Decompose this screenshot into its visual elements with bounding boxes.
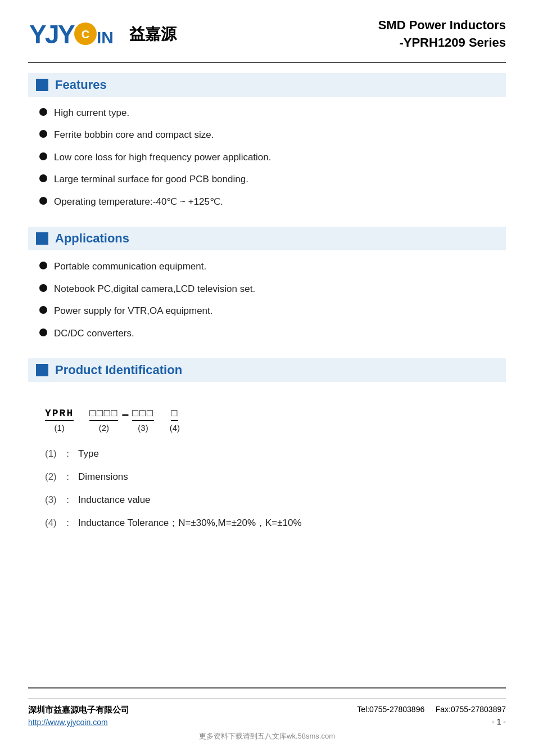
bullet-dot (39, 152, 47, 160)
bullet-dot (39, 130, 47, 138)
features-title: Features (55, 78, 107, 92)
detail-num-1: (1) (45, 448, 63, 460)
footer-content: 深圳市益嘉源电子有限公司 http://www.yjycoin.com Tel:… (28, 699, 506, 727)
feature-item-4: Large terminal surface for good PCB bond… (54, 172, 248, 187)
list-item: DC/DC converters. (39, 326, 506, 341)
footer-right: Tel:0755-27803896 Fax:0755-27803897 - 1 … (357, 705, 506, 726)
features-list: High current type. Ferrite bobbin core a… (28, 106, 506, 217)
product-id-icon (36, 364, 48, 376)
title-block: SMD Power Inductors -YPRH1209 Series (378, 17, 506, 52)
code-part-2: □□□□ (2) (89, 408, 118, 433)
app-item-3: Power supply for VTR,OA equipment. (54, 304, 213, 318)
logo-area: Y J Y C IN 益嘉源 (28, 19, 177, 50)
code-num-4: (4) (170, 423, 180, 433)
code-value-1: YPRH (45, 408, 74, 421)
svg-text:Y: Y (29, 20, 47, 49)
footer-watermark: 更多资料下载请到五八文库wk.58sms.com (28, 731, 506, 745)
product-id-section-header: Product Identification (28, 358, 506, 382)
code-num-3: (3) (138, 423, 148, 433)
detail-num-3: (3) (45, 494, 63, 506)
footer-tel: Tel:0755-27803896 (357, 705, 424, 714)
app-item-1: Portable communication equipment. (54, 259, 206, 274)
detail-row-2: (2) ： Dimensions (45, 470, 506, 483)
bullet-dot (39, 174, 47, 182)
code-part-3: □□□ (3) (132, 408, 153, 433)
feature-item-5: Operating temperature:-40℃ ~ +125℃. (54, 195, 223, 209)
code-num-1: (1) (54, 423, 64, 433)
applications-icon (36, 232, 48, 245)
footer: 深圳市益嘉源电子有限公司 http://www.yjycoin.com Tel:… (28, 687, 506, 745)
logo-icon: Y J Y C IN (28, 19, 124, 50)
code-value-2: □□□□ (89, 408, 118, 421)
code-value-4: □ (171, 408, 178, 421)
code-part-1: YPRH (1) (45, 408, 74, 433)
detail-value-2: Dimensions (78, 471, 128, 483)
logo-text-cn: 益嘉源 (129, 24, 177, 45)
applications-list: Portable communication equipment. Notebo… (28, 259, 506, 348)
footer-divider (28, 687, 506, 688)
bullet-dot (39, 197, 47, 205)
features-icon (36, 79, 48, 91)
feature-item-2: Ferrite bobbin core and compact size. (54, 128, 214, 142)
page-wrapper: Y J Y C IN 益嘉源 SMD Power Inductors -YPRH… (0, 0, 534, 756)
detail-value-3: Inductance value (78, 494, 151, 506)
svg-text:C: C (82, 28, 89, 40)
detail-value-4: Inductance Tolerance；N=±30%,M=±20%，K=±10… (78, 516, 302, 529)
bullet-dot (39, 262, 47, 269)
list-item: Notebook PC,digital camera,LCD televisio… (39, 282, 506, 296)
feature-item-1: High current type. (54, 106, 129, 120)
detail-num-4: (4) (45, 518, 63, 529)
detail-colon-3: ： (63, 493, 73, 506)
footer-link[interactable]: http://www.yjycoin.com (28, 718, 129, 727)
footer-left: 深圳市益嘉源电子有限公司 http://www.yjycoin.com (28, 705, 129, 727)
list-item: Operating temperature:-40℃ ~ +125℃. (39, 195, 506, 209)
detail-num-2: (2) (45, 471, 63, 483)
product-details: (1) ： Type (2) ： Dimensions (3) ： Induct… (28, 447, 506, 529)
features-section-header: Features (28, 73, 506, 97)
header-divider (28, 62, 506, 63)
bullet-dot (39, 108, 47, 116)
detail-row-1: (1) ： Type (45, 447, 506, 460)
detail-value-1: Type (78, 448, 99, 460)
code-value-3: □□□ (132, 408, 153, 421)
logo-svg: Y J Y C IN (28, 19, 124, 50)
detail-colon-2: ： (63, 470, 73, 483)
svg-text:J: J (45, 20, 60, 49)
feature-item-3: Low core loss for high frequency power a… (54, 150, 271, 165)
product-code-diagram: YPRH (1) □□□□ (2) − □□□ (3) □ (4) (45, 408, 506, 435)
app-item-2: Notebook PC,digital camera,LCD televisio… (54, 282, 255, 296)
svg-text:IN: IN (97, 28, 114, 47)
footer-company: 深圳市益嘉源电子有限公司 (28, 705, 129, 716)
detail-colon-4: ： (63, 516, 73, 529)
applications-title: Applications (55, 231, 129, 246)
svg-text:Y: Y (58, 20, 75, 49)
footer-contact: Tel:0755-27803896 Fax:0755-27803897 (357, 705, 506, 714)
code-separator: − (121, 408, 129, 424)
list-item: High current type. (39, 106, 506, 120)
code-part-4: □ (4) (170, 408, 180, 433)
header: Y J Y C IN 益嘉源 SMD Power Inductors -YPRH… (28, 17, 506, 52)
product-id-section: YPRH (1) □□□□ (2) − □□□ (3) □ (4) (1) (28, 395, 506, 539)
footer-fax: Fax:0755-27803897 (436, 705, 506, 714)
list-item: Ferrite bobbin core and compact size. (39, 128, 506, 142)
footer-page: - 1 - (492, 717, 506, 726)
list-item: Large terminal surface for good PCB bond… (39, 172, 506, 187)
detail-row-4: (4) ： Inductance Tolerance；N=±30%,M=±20%… (45, 516, 506, 529)
list-item: Portable communication equipment. (39, 259, 506, 274)
product-id-title: Product Identification (55, 363, 182, 377)
detail-colon-1: ： (63, 447, 73, 460)
bullet-dot (39, 328, 47, 336)
detail-row-3: (3) ： Inductance value (45, 493, 506, 506)
list-item: Low core loss for high frequency power a… (39, 150, 506, 165)
bullet-dot (39, 306, 47, 314)
applications-section-header: Applications (28, 227, 506, 250)
bullet-dot (39, 284, 47, 292)
code-num-2: (2) (99, 423, 109, 433)
main-title: SMD Power Inductors -YPRH1209 Series (378, 17, 506, 52)
app-item-4: DC/DC converters. (54, 326, 134, 341)
list-item: Power supply for VTR,OA equipment. (39, 304, 506, 318)
